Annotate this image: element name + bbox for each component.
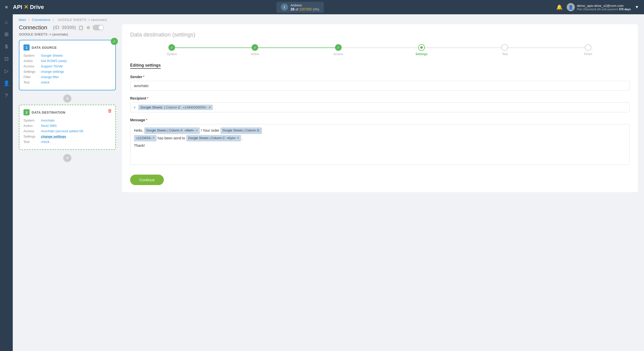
row-value-filter[interactable]: change filter <box>41 75 59 79</box>
dest-value-action[interactable]: Send SMS <box>41 124 57 128</box>
dest-value-settings[interactable]: change settings <box>41 135 66 138</box>
actions-text: Actions: 26 of 100'000 (0%) <box>291 3 319 11</box>
tag3-col: | Column C: <box>209 136 226 141</box>
dest-row-action: Action Send SMS <box>23 124 111 128</box>
breadcrumb-connections[interactable]: Connections <box>32 18 50 22</box>
connection-subtitle: GOOGLE SHEETS -> (avochato) <box>19 32 116 36</box>
breadcrumb-current: GOOGLE SHEETS -> (avochato) <box>58 18 107 22</box>
copy-icon[interactable]: 📋 <box>78 25 84 31</box>
dest-row-test: Test check <box>23 140 111 144</box>
tag1-label: Google Sheets <box>146 128 166 134</box>
continue-button[interactable]: Continue <box>130 175 164 185</box>
msg-tag1: Google Sheets | Column A: «Mark» ✕ <box>144 127 200 134</box>
tag1-close[interactable]: ✕ <box>195 128 198 133</box>
toggle-switch[interactable] <box>93 25 104 30</box>
section-title-main: Data destination <box>130 31 171 38</box>
row-label: Test <box>23 80 39 84</box>
settings-icon[interactable]: ⚙ <box>86 25 91 31</box>
step-access: ✓ Access <box>297 44 380 56</box>
row-value-settings[interactable]: change settings <box>41 70 64 74</box>
row-label: System <box>23 118 39 122</box>
step-label-access: Access <box>333 52 343 56</box>
message-input[interactable]: Hello, Google Sheets | Column A: «Mark» … <box>130 124 630 165</box>
row-value-system[interactable]: Google Sheets <box>41 54 63 57</box>
sidebar: ⌂ ⊞ $ ⊡ ▷ 👤 ? <box>0 14 13 351</box>
card-row-test: Test check <box>23 80 111 84</box>
dest-value-test[interactable]: check <box>41 140 49 144</box>
step-finish: Finish <box>547 44 630 56</box>
dest-row-access: Access Avochato (account added 09. <box>23 129 111 133</box>
step-circle-test <box>501 44 508 51</box>
logo-api: API <box>13 4 22 10</box>
sidebar-item-tasks[interactable]: ⊡ <box>1 54 11 64</box>
data-source-card: ✓ 1 DATA SOURCE System Google Sheets Act… <box>19 40 116 90</box>
sidebar-item-media[interactable]: ▷ <box>1 66 11 76</box>
row-label: Access <box>23 129 39 133</box>
recipient-required: * <box>147 96 148 100</box>
bell-icon[interactable]: 🔔 <box>556 4 563 10</box>
sidebar-item-billing[interactable]: $ <box>1 41 11 52</box>
dest-row-settings: Settings change settings <box>23 135 111 138</box>
info-icon: i <box>281 4 288 11</box>
tag2-close[interactable]: ✕ <box>152 136 155 141</box>
source-card-num: 1 <box>23 44 30 51</box>
row-value-access[interactable]: Support TEAM <box>41 64 63 68</box>
steps-indicator: ✓ System ✓ Action <box>130 44 630 56</box>
msg-tag2: Google Sheets | Column G: <box>220 127 262 134</box>
recipient-label: Recipient* <box>130 96 630 100</box>
section-title: Data destination (settings) <box>130 31 630 38</box>
add-circle-1[interactable]: + <box>63 94 71 103</box>
source-card-header: 1 DATA SOURCE <box>23 44 111 51</box>
user-info: 👤 demo_apix-drive_s2@com.com Plan |Stand… <box>567 3 631 11</box>
row-value-action[interactable]: Get ROWS (new) <box>41 59 67 63</box>
delete-card-button[interactable]: 🗑 <box>108 108 112 114</box>
msg-has-been: has been send to <box>158 135 185 141</box>
destination-card-num: 2 <box>23 109 30 115</box>
row-value-test[interactable]: check <box>41 80 49 84</box>
dest-value-access[interactable]: Avochato (account added 09. <box>41 129 84 133</box>
recipient-tag-close[interactable]: ✕ <box>208 106 211 109</box>
step-label-finish: Finish <box>584 52 592 56</box>
actions-total: 100'000 <box>299 7 312 11</box>
row-label: System <box>23 54 39 57</box>
msg-hello: Hello, <box>134 127 143 134</box>
tag1-col: | Column A: <box>167 128 183 134</box>
recipient-add-icon[interactable]: + <box>133 105 136 110</box>
breadcrumb-main[interactable]: Main <box>19 18 26 22</box>
sidebar-item-connections[interactable]: ⊞ <box>1 29 11 39</box>
user-details: demo_apix-drive_s2@com.com Plan |Standar… <box>577 4 631 11</box>
step-circle-action: ✓ <box>252 44 258 51</box>
sidebar-item-user[interactable]: 👤 <box>1 78 11 88</box>
menu-icon[interactable]: ≡ <box>5 5 8 10</box>
sender-required: * <box>143 75 144 79</box>
add-circle-2[interactable]: + <box>63 154 71 162</box>
logo-drive: Drive <box>30 4 44 10</box>
sidebar-item-help[interactable]: ? <box>1 90 11 101</box>
actions-label: Actions: <box>291 3 302 7</box>
logo: API✕Drive <box>13 4 44 10</box>
right-panel: Data destination (settings) ✓ System <box>122 24 638 192</box>
dest-value-system[interactable]: Avochato <box>41 118 55 122</box>
user-avatar: 👤 <box>567 3 575 11</box>
connection-id: (ID: 39399) <box>53 25 76 30</box>
editing-settings-title[interactable]: Editing settings <box>130 63 161 69</box>
sidebar-item-home[interactable]: ⌂ <box>1 17 11 27</box>
actions-center: i Actions: 26 of 100'000 (0%) <box>48 2 552 13</box>
source-card-title: DATA SOURCE <box>32 46 57 50</box>
step-settings: Settings <box>380 44 463 56</box>
step-label-action: Action <box>251 52 259 56</box>
msg-tag3: Google Sheets | Column C: «Kyiv» ✕ <box>186 135 241 142</box>
breadcrumb: Main / Connections / GOOGLE SHEETS -> (a… <box>13 14 644 24</box>
step-label-test: Test <box>502 52 507 56</box>
chevron-down-icon[interactable]: ▼ <box>635 5 639 9</box>
card-row-system: System Google Sheets <box>23 54 111 57</box>
step-circle-system: ✓ <box>168 44 175 51</box>
sender-input[interactable] <box>130 81 630 91</box>
message-line-1: Hello, Google Sheets | Column A: «Mark» … <box>134 127 626 134</box>
row-label: Access <box>23 64 39 68</box>
message-field-group: Message* Hello, Google Sheets | Column A… <box>130 118 630 165</box>
card-row-action: Action Get ROWS (new) <box>23 59 111 63</box>
recipient-input-container[interactable]: + Google Sheets | Column E: «14840000000… <box>130 102 630 112</box>
step-test: Test <box>463 44 546 56</box>
tag3-close[interactable]: ✕ <box>237 136 239 141</box>
